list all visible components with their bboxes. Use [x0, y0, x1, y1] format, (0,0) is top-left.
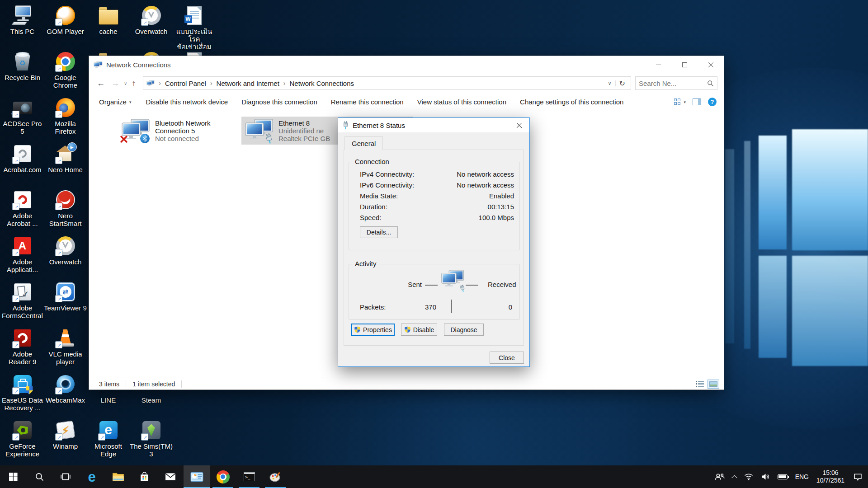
properties-button[interactable]: Properties: [351, 324, 395, 336]
maximize-button[interactable]: [671, 56, 698, 73]
desktop-icon-webcammax[interactable]: →WebcamMax: [44, 373, 87, 404]
view-options-button[interactable]: ▾: [674, 99, 686, 105]
desktop-icon-worddoc[interactable]: Wแบบประเมินโรค ข้อเข่าเสื่อม: [173, 5, 216, 51]
clock[interactable]: 15:06 10/7/2561: [814, 469, 847, 484]
details-button[interactable]: Details...: [360, 226, 398, 238]
desktop-icon-google-chrome[interactable]: →Google Chrome: [44, 51, 87, 89]
window-title: Network Connections: [106, 61, 171, 69]
desktop-icon-overwatch[interactable]: →Overwatch: [130, 5, 173, 35]
easeus-icon: →: [12, 373, 33, 395]
recent-locations-dropdown[interactable]: ∨: [124, 81, 127, 86]
task-view-icon: [60, 472, 71, 481]
desktop-icon-mozilla-firefox[interactable]: →Mozilla Firefox: [44, 97, 87, 135]
status-row: Media State: Enabled: [360, 190, 514, 201]
taskbar-file-explorer-button[interactable]: [105, 465, 131, 488]
connector-line: [425, 285, 438, 286]
diagnose-button[interactable]: Diagnose: [444, 324, 484, 336]
chevron-down-icon: ▾: [129, 100, 132, 104]
disable-button[interactable]: Disable: [401, 324, 437, 336]
desktop-icon-label: แบบประเมินโรค ข้อเข่าเสื่อม: [173, 28, 216, 51]
desktop-icon-vlc-media-player[interactable]: →VLC media player: [44, 327, 87, 366]
desktop-icon-cache[interactable]: cache: [87, 5, 130, 35]
taskbar-edge-button[interactable]: e: [79, 465, 105, 488]
shortcut-arrow-icon: →: [55, 111, 62, 118]
toolbar-command[interactable]: Rename this connection: [331, 98, 404, 106]
desktop-icon-adobe-acrobat[interactable]: →Adobe Acrobat ...: [1, 189, 44, 227]
desktop-icon-adobe-formscentral[interactable]: ✓→Adobe FormsCentral: [1, 281, 44, 319]
dialog-close-button[interactable]: [509, 118, 529, 132]
taskbar-search-button[interactable]: [26, 465, 52, 488]
shortcut-arrow-icon: →: [12, 111, 19, 118]
desktop-icon-winamp[interactable]: ⚡→Winamp: [44, 419, 87, 450]
desktop-icon-this-pc[interactable]: This PC: [1, 5, 44, 35]
desktop-icon-easeus-data-recovery[interactable]: →EaseUS Data Recovery ...: [1, 373, 44, 412]
shortcut-arrow-icon: →: [55, 387, 62, 394]
shortcut-arrow-icon: →: [55, 249, 62, 256]
taskbar-chrome-button[interactable]: [210, 465, 236, 488]
forward-button[interactable]: →: [111, 79, 119, 87]
preview-pane-button[interactable]: [693, 99, 701, 105]
taskbar-paint-button[interactable]: [262, 465, 288, 488]
taskbar-mail-button[interactable]: [157, 465, 184, 488]
back-button[interactable]: ←: [97, 79, 105, 87]
close-button[interactable]: [698, 56, 724, 73]
taskbar-control-panel-button[interactable]: [184, 465, 210, 488]
desktop-icon-acdsee-pro-5[interactable]: ▶→ACDSee Pro 5: [1, 97, 44, 135]
show-hidden-icons-chevron[interactable]: [731, 474, 738, 480]
desktop-icon-recycle-bin[interactable]: ♻Recycle Bin: [1, 51, 44, 81]
tab-general[interactable]: General: [344, 136, 383, 150]
close-dialog-button[interactable]: Close: [490, 352, 524, 364]
address-dropdown-icon[interactable]: ∨: [604, 80, 616, 86]
gom-icon: →: [55, 5, 76, 26]
address-box[interactable]: ›Control Panel ›Network and Internet ›Ne…: [143, 76, 631, 90]
desktop-icon-the-sims-tm-3[interactable]: →The Sims(TM) 3: [130, 419, 173, 458]
desktop-icon-nero-home[interactable]: ▶→Nero Home: [44, 143, 87, 174]
search-box[interactable]: [635, 76, 717, 90]
toolbar-command[interactable]: Disable this network device: [146, 98, 228, 106]
action-center-icon[interactable]: [852, 473, 863, 481]
up-button[interactable]: ↑: [132, 79, 136, 87]
people-icon[interactable]: [713, 473, 726, 481]
taskbar-store-button[interactable]: [131, 465, 157, 488]
desktop-icon-adobe-applicati[interactable]: A→Adobe Applicati...: [1, 235, 44, 273]
connection-network: Unidentified ne: [278, 127, 330, 135]
desktop-icon-teamviewer-9[interactable]: ⇄→TeamViewer 9: [44, 281, 87, 312]
edge-icon: e→: [98, 419, 119, 441]
taskbar-task-view-button[interactable]: [52, 465, 79, 488]
desktop-icon-microsoft-edge[interactable]: e→Microsoft Edge: [87, 419, 130, 458]
desktop-icon-geforce-experience[interactable]: →GeForce Experience: [1, 419, 44, 458]
window-titlebar[interactable]: Network Connections: [89, 56, 724, 73]
breadcrumb-item[interactable]: Control Panel: [164, 80, 207, 87]
help-button[interactable]: ?: [708, 98, 717, 106]
breadcrumb-separator-icon: ›: [280, 80, 289, 87]
dialog-titlebar[interactable]: Ethernet 8 Status: [338, 118, 529, 132]
breadcrumb-item[interactable]: Network Connections: [288, 80, 355, 87]
search-input[interactable]: [639, 80, 707, 87]
desktop-icon-gom-player[interactable]: →GOM Player: [44, 5, 87, 35]
toolbar-command[interactable]: View status of this connection: [417, 98, 506, 106]
details-view-button[interactable]: [696, 380, 704, 388]
toolbar-command[interactable]: Change settings of this connection: [520, 98, 623, 106]
language-indicator[interactable]: ENG: [795, 473, 809, 480]
organize-menu[interactable]: Organize ▾: [99, 98, 131, 106]
wifi-icon[interactable]: [743, 473, 755, 480]
maximize-icon: [682, 62, 687, 67]
breadcrumb-item[interactable]: Network and Internet: [216, 80, 280, 87]
connection-bluetooth[interactable]: Bluetooth Network Connection 5 Not conne…: [118, 117, 239, 145]
uac-shield-icon: [404, 326, 411, 333]
desktop-icon-adobe-reader-9[interactable]: →Adobe Reader 9: [1, 327, 44, 366]
edge-icon: e: [88, 470, 95, 484]
volume-icon[interactable]: [760, 473, 771, 480]
taskbar-cmd-button[interactable]: >_: [236, 465, 262, 488]
large-icons-view-button[interactable]: [708, 380, 719, 389]
desktop-icon-nero-startsmart[interactable]: →Nero StartSmart: [44, 189, 87, 227]
battery-icon[interactable]: [776, 474, 790, 479]
shortcut-arrow-icon: →: [55, 19, 62, 26]
refresh-icon[interactable]: ↻: [616, 79, 629, 88]
toolbar-command[interactable]: Diagnose this connection: [241, 98, 317, 106]
desktop-icon-acrobat-com[interactable]: →Acrobat.com: [1, 143, 44, 174]
desktop-icon-overwatch[interactable]: →Overwatch: [44, 235, 87, 266]
minimize-button[interactable]: [645, 56, 671, 73]
sims-icon: →: [141, 419, 162, 441]
taskbar-start-button[interactable]: [0, 465, 26, 488]
